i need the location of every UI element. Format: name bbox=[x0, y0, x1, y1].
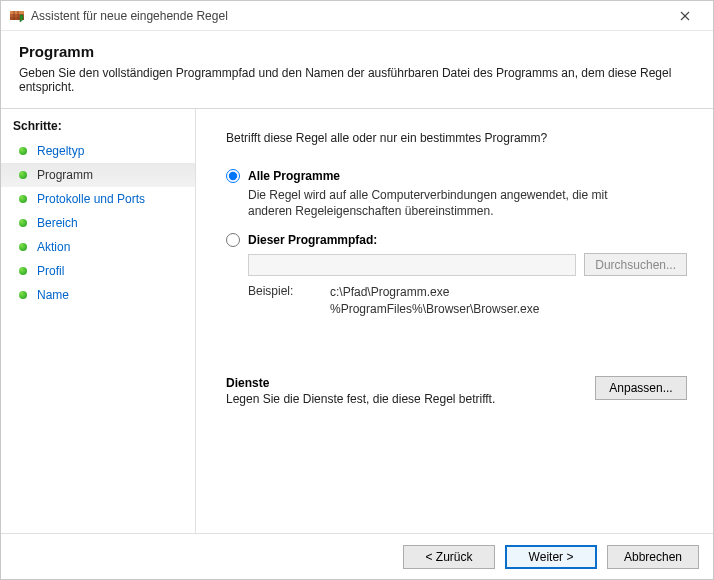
wizard-footer: < Zurück Weiter > Abbrechen bbox=[1, 533, 713, 579]
program-path-row: Durchsuchen... bbox=[248, 253, 687, 276]
step-bullet-icon bbox=[19, 291, 27, 299]
close-button[interactable] bbox=[665, 2, 705, 30]
browse-button[interactable]: Durchsuchen... bbox=[584, 253, 687, 276]
step-protokolle-und-ports[interactable]: Protokolle und Ports bbox=[1, 187, 195, 211]
option-path-radio-row[interactable]: Dieser Programmpfad: bbox=[226, 233, 687, 247]
titlebar: Assistent für neue eingehende Regel bbox=[1, 1, 713, 31]
step-bullet-icon bbox=[19, 267, 27, 275]
radio-all-programs[interactable] bbox=[226, 169, 240, 183]
step-bullet-icon bbox=[19, 195, 27, 203]
step-regeltyp[interactable]: Regeltyp bbox=[1, 139, 195, 163]
step-name[interactable]: Name bbox=[1, 283, 195, 307]
step-label: Protokolle und Ports bbox=[37, 192, 145, 206]
wizard-body: Schritte: Regeltyp Programm Protokolle u… bbox=[1, 109, 713, 533]
page-title: Programm bbox=[19, 43, 695, 60]
option-all-desc: Die Regel wird auf alle Computerverbindu… bbox=[248, 187, 648, 219]
step-label: Programm bbox=[37, 168, 93, 182]
steps-sidebar: Schritte: Regeltyp Programm Protokolle u… bbox=[1, 109, 196, 533]
option-all-radio-row[interactable]: Alle Programme bbox=[226, 169, 687, 183]
services-text: Dienste Legen Sie die Dienste fest, die … bbox=[226, 376, 495, 406]
customize-services-button[interactable]: Anpassen... bbox=[595, 376, 687, 400]
cancel-button[interactable]: Abbrechen bbox=[607, 545, 699, 569]
svg-rect-1 bbox=[10, 11, 24, 14]
services-desc: Legen Sie die Dienste fest, die diese Re… bbox=[226, 392, 495, 406]
option-all-label: Alle Programme bbox=[248, 169, 340, 183]
step-bereich[interactable]: Bereich bbox=[1, 211, 195, 235]
step-label: Aktion bbox=[37, 240, 70, 254]
step-programm[interactable]: Programm bbox=[1, 163, 195, 187]
close-icon bbox=[680, 11, 690, 21]
step-label: Name bbox=[37, 288, 69, 302]
step-bullet-icon bbox=[19, 219, 27, 227]
steps-title: Schritte: bbox=[1, 115, 195, 139]
step-label: Regeltyp bbox=[37, 144, 84, 158]
step-bullet-icon bbox=[19, 171, 27, 179]
example-lines: c:\Pfad\Programm.exe %ProgramFiles%\Brow… bbox=[330, 284, 539, 318]
wizard-content: Betrifft diese Regel alle oder nur ein b… bbox=[196, 109, 713, 533]
example-line-1: c:\Pfad\Programm.exe bbox=[330, 284, 539, 301]
step-label: Profil bbox=[37, 264, 64, 278]
services-title: Dienste bbox=[226, 376, 495, 390]
radio-program-path[interactable] bbox=[226, 233, 240, 247]
example-row: Beispiel: c:\Pfad\Programm.exe %ProgramF… bbox=[248, 284, 687, 318]
step-label: Bereich bbox=[37, 216, 78, 230]
program-path-input[interactable] bbox=[248, 254, 576, 276]
example-label: Beispiel: bbox=[248, 284, 330, 318]
next-button[interactable]: Weiter > bbox=[505, 545, 597, 569]
step-bullet-icon bbox=[19, 243, 27, 251]
option-all-programs: Alle Programme Die Regel wird auf alle C… bbox=[226, 169, 687, 219]
option-path-label: Dieser Programmpfad: bbox=[248, 233, 377, 247]
step-profil[interactable]: Profil bbox=[1, 259, 195, 283]
back-button[interactable]: < Zurück bbox=[403, 545, 495, 569]
example-line-2: %ProgramFiles%\Browser\Browser.exe bbox=[330, 301, 539, 318]
step-bullet-icon bbox=[19, 147, 27, 155]
wizard-window: Assistent für neue eingehende Regel Prog… bbox=[0, 0, 714, 580]
step-aktion[interactable]: Aktion bbox=[1, 235, 195, 259]
window-title: Assistent für neue eingehende Regel bbox=[31, 9, 665, 23]
question-text: Betrifft diese Regel alle oder nur ein b… bbox=[226, 131, 687, 145]
page-subtitle: Geben Sie den vollständigen Programmpfad… bbox=[19, 66, 695, 94]
services-block: Dienste Legen Sie die Dienste fest, die … bbox=[226, 376, 687, 406]
firewall-icon bbox=[9, 8, 25, 24]
option-program-path: Dieser Programmpfad: Durchsuchen... Beis… bbox=[226, 233, 687, 318]
wizard-header: Programm Geben Sie den vollständigen Pro… bbox=[1, 31, 713, 104]
